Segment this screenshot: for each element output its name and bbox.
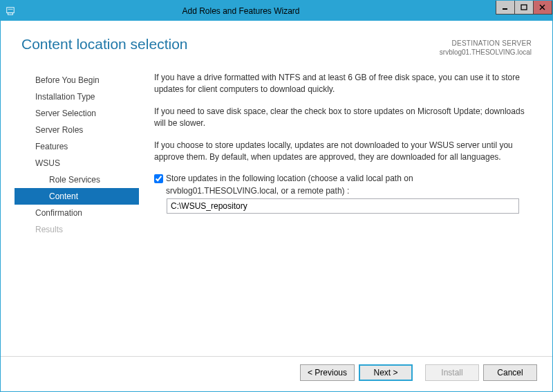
minimize-button[interactable] bbox=[496, 1, 515, 15]
next-button[interactable]: Next > bbox=[359, 364, 413, 381]
app-icon bbox=[1, 1, 20, 21]
nav-before-you-begin[interactable]: Before You Begin bbox=[30, 72, 139, 88]
storage-path-input[interactable] bbox=[167, 198, 519, 214]
nav-server-roles[interactable]: Server Roles bbox=[30, 122, 139, 138]
destination-label: DESTINATION SERVER bbox=[440, 39, 532, 48]
destination-server: srvblog01.THESOLVING.local bbox=[440, 48, 532, 57]
store-updates-label: Store updates in the following location … bbox=[166, 173, 532, 197]
nav-wsus[interactable]: WSUS bbox=[30, 155, 139, 171]
nav-features[interactable]: Features bbox=[30, 138, 139, 155]
store-updates-checkbox[interactable] bbox=[154, 174, 163, 183]
nav-server-selection[interactable]: Server Selection bbox=[30, 105, 139, 122]
wizard-window: Add Roles and Features Wizard Content lo… bbox=[0, 0, 553, 392]
window-title: Add Roles and Features Wizard bbox=[20, 6, 496, 16]
paragraph-3: If you choose to store updates locally, … bbox=[154, 140, 532, 164]
checkbox-label-line2: srvblog01.THESOLVING.local, or a remote … bbox=[166, 186, 349, 196]
page-title: Content location selection bbox=[21, 36, 188, 57]
previous-button[interactable]: < Previous bbox=[300, 364, 355, 381]
svg-rect-0 bbox=[7, 7, 15, 12]
maximize-button[interactable] bbox=[514, 1, 534, 15]
close-button[interactable] bbox=[533, 1, 552, 15]
nav-installation-type[interactable]: Installation Type bbox=[30, 88, 139, 105]
paragraph-1: If you have a drive formatted with NTFS … bbox=[154, 72, 532, 96]
nav-content[interactable]: Content bbox=[15, 188, 139, 205]
main-panel: If you have a drive formatted with NTFS … bbox=[139, 71, 552, 356]
body-row: Before You Begin Installation Type Serve… bbox=[1, 64, 552, 356]
window-controls bbox=[496, 1, 552, 15]
sidebar: Before You Begin Installation Type Serve… bbox=[1, 71, 139, 356]
nav-confirmation[interactable]: Confirmation bbox=[30, 205, 139, 221]
cancel-button[interactable]: Cancel bbox=[483, 364, 537, 381]
server-manager-icon bbox=[6, 6, 15, 16]
svg-rect-1 bbox=[8, 12, 13, 15]
nav-role-services[interactable]: Role Services bbox=[30, 171, 139, 188]
titlebar: Add Roles and Features Wizard bbox=[1, 1, 552, 21]
svg-rect-4 bbox=[521, 5, 527, 10]
checkbox-label-line1: Store updates in the following location … bbox=[166, 174, 413, 183]
nav-results: Results bbox=[30, 221, 139, 238]
install-button: Install bbox=[425, 364, 479, 381]
destination-info: DESTINATION SERVER srvblog01.THESOLVING.… bbox=[440, 36, 532, 57]
store-updates-row: Store updates in the following location … bbox=[154, 173, 532, 197]
footer-buttons: < Previous Next > Install Cancel bbox=[1, 356, 552, 391]
header-row: Content location selection DESTINATION S… bbox=[1, 21, 552, 64]
paragraph-2: If you need to save disk space, clear th… bbox=[154, 106, 532, 130]
content-area: Content location selection DESTINATION S… bbox=[1, 21, 552, 391]
